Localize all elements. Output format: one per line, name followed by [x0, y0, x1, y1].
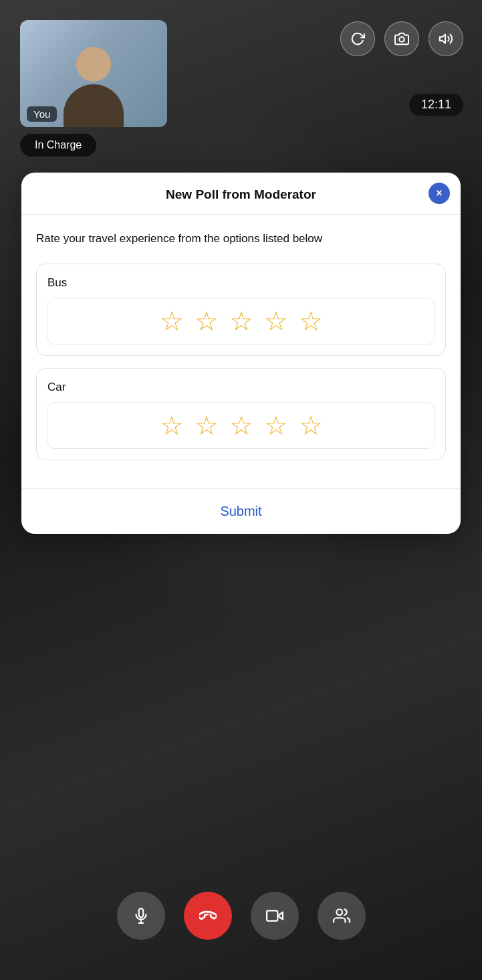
volume-button[interactable]	[429, 21, 463, 56]
person-head	[76, 47, 111, 82]
poll-footer: Submit	[21, 488, 461, 534]
poll-header: New Poll from Moderator ×	[21, 173, 461, 215]
star-car-5[interactable]: ☆	[299, 412, 323, 439]
svg-marker-1	[440, 35, 445, 43]
stars-container-bus: ☆ ☆ ☆ ☆ ☆	[47, 298, 435, 345]
submit-button[interactable]: Submit	[220, 504, 261, 519]
self-video-label: You	[27, 106, 57, 122]
self-video-person	[60, 40, 127, 127]
time-display: 12:11	[409, 94, 463, 116]
top-controls	[340, 21, 463, 56]
svg-rect-6	[267, 910, 277, 920]
bottom-controls	[0, 892, 482, 940]
mic-button[interactable]	[117, 892, 165, 940]
poll-question: Rate your travel experience from the opt…	[36, 231, 446, 248]
rating-label-car: Car	[47, 381, 435, 394]
svg-marker-5	[277, 912, 283, 920]
star-bus-1[interactable]: ☆	[160, 308, 184, 334]
refresh-button[interactable]	[340, 21, 375, 56]
svg-point-0	[399, 37, 404, 41]
stars-container-car: ☆ ☆ ☆ ☆ ☆	[47, 402, 435, 449]
star-car-2[interactable]: ☆	[195, 412, 219, 439]
self-video-feed: You	[20, 20, 167, 127]
time-value: 12:11	[421, 98, 451, 111]
rating-card-bus: Bus ☆ ☆ ☆ ☆ ☆	[36, 264, 446, 356]
camera-flip-button[interactable]	[384, 21, 419, 56]
poll-modal: New Poll from Moderator × Rate your trav…	[21, 173, 461, 534]
star-bus-2[interactable]: ☆	[195, 308, 219, 334]
star-bus-5[interactable]: ☆	[299, 308, 323, 334]
poll-body: Rate your travel experience from the opt…	[21, 215, 461, 488]
rating-label-bus: Bus	[47, 276, 435, 290]
star-car-3[interactable]: ☆	[229, 412, 253, 439]
star-bus-4[interactable]: ☆	[264, 308, 288, 334]
rating-card-car: Car ☆ ☆ ☆ ☆ ☆	[36, 368, 446, 460]
poll-close-button[interactable]: ×	[429, 183, 450, 204]
end-call-button[interactable]	[184, 892, 232, 940]
star-car-1[interactable]: ☆	[160, 412, 184, 439]
svg-rect-2	[138, 908, 143, 917]
svg-point-7	[336, 909, 342, 915]
poll-title: New Poll from Moderator	[166, 187, 316, 202]
in-charge-badge: In Charge	[20, 134, 96, 157]
participants-button[interactable]	[318, 892, 366, 940]
star-car-4[interactable]: ☆	[264, 412, 288, 439]
video-button[interactable]	[251, 892, 299, 940]
self-video-thumbnail: You	[20, 20, 167, 127]
person-body	[64, 84, 124, 127]
star-bus-3[interactable]: ☆	[229, 308, 253, 334]
